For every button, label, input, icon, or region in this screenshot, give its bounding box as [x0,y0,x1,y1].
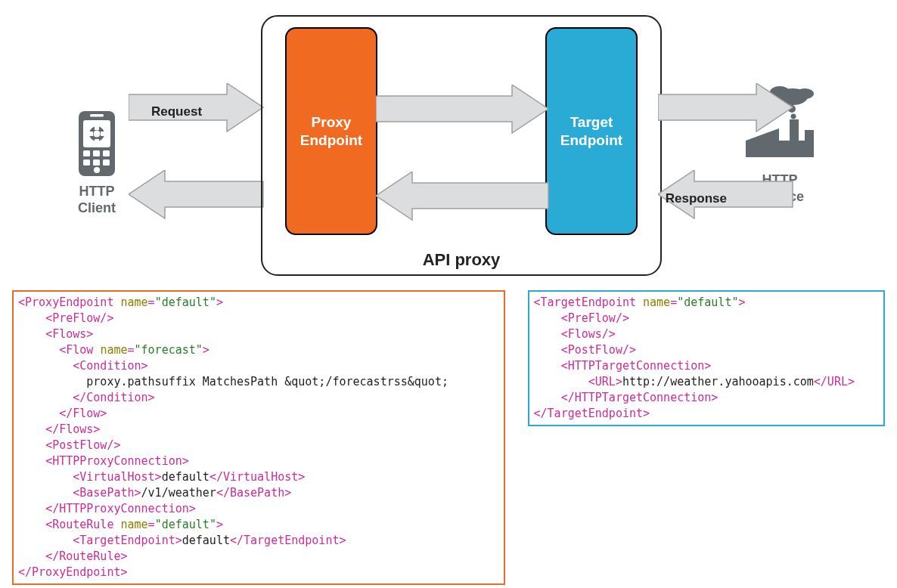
condition-text: proxy.pathsuffix MatchesPath &quot;/fore… [86,375,448,388]
svg-rect-23 [746,141,814,157]
target-endpoint-xml: <TargetEndpoint name="default"> <PreFlow… [528,290,885,426]
svg-point-3 [94,131,101,138]
api-proxy-box: ProxyEndpoint TargetEndpoint API proxy [261,15,662,276]
http-client: HTTPClient [76,110,118,216]
phone-icon [76,110,118,178]
response-arrow-proxy-to-client [129,170,265,219]
request-arrow-target-to-service [658,83,794,132]
svg-rect-13 [103,159,110,166]
response-arrow-target-to-proxy [376,172,550,221]
svg-rect-10 [103,150,110,156]
response-label: Response [666,191,727,206]
svg-rect-8 [83,150,90,156]
request-arrow-proxy-to-target [376,85,550,134]
svg-rect-7 [101,132,104,136]
code-row: <ProxyEndpoint name="default"> <PreFlow/… [8,287,889,588]
proxy-endpoint-xml: <ProxyEndpoint name="default"> <PreFlow/… [12,290,505,585]
svg-rect-11 [83,159,90,166]
target-endpoint-box: TargetEndpoint [545,27,638,235]
api-proxy-label: API proxy [262,250,660,270]
svg-rect-5 [95,139,99,143]
svg-rect-12 [93,159,100,166]
svg-marker-28 [376,172,548,220]
http-client-label: HTTPClient [76,184,118,216]
proxy-endpoint-label: ProxyEndpoint [287,113,376,150]
svg-point-15 [94,167,100,173]
target-endpoint-label: TargetEndpoint [547,113,636,150]
svg-point-18 [796,88,814,99]
proxy-endpoint-box: ProxyEndpoint [285,27,377,235]
svg-marker-26 [129,170,263,218]
svg-rect-6 [89,132,93,136]
api-proxy-diagram: HTTPClient HTTPService Request P [8,8,889,287]
request-label: Request [151,104,202,119]
svg-rect-4 [95,126,99,130]
svg-rect-14 [90,114,104,117]
svg-rect-9 [93,150,100,156]
svg-marker-29 [658,83,793,132]
svg-marker-27 [376,85,548,133]
